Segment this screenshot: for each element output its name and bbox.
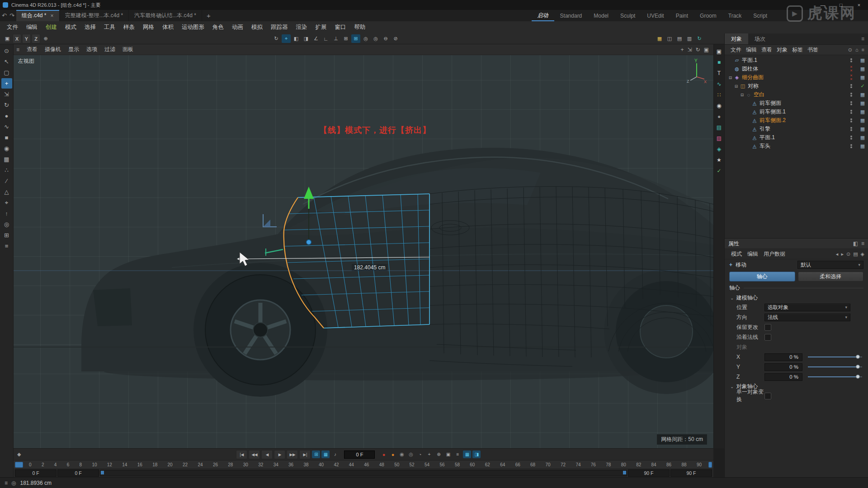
Y-slider[interactable]	[808, 366, 862, 367]
workplane-x-icon[interactable]: ◧	[292, 34, 301, 43]
object-item[interactable]: ⊟◫对称✓	[725, 82, 868, 90]
record-parameter-button[interactable]: ◔	[416, 450, 424, 458]
record-position-button[interactable]: ◎	[407, 450, 415, 458]
view-settings-icon[interactable]: ▣	[715, 48, 723, 55]
phong-tag-icon[interactable]: ▦	[857, 109, 868, 115]
viewport-menu-选项[interactable]: 选项	[83, 46, 101, 53]
redo-icon[interactable]: ↷	[9, 12, 14, 19]
visibility-dots[interactable]	[845, 101, 857, 105]
ruler-tick[interactable]: 82	[636, 462, 641, 467]
text-tool-icon[interactable]: T	[715, 70, 723, 77]
viewport-menu-显示[interactable]: 显示	[65, 46, 83, 53]
ruler-tick[interactable]: 32	[258, 462, 263, 467]
rectangle-select-icon[interactable]: ▢	[1, 67, 12, 78]
X-slider[interactable]	[808, 357, 862, 357]
tool-list-icon[interactable]: ≡	[1, 241, 12, 251]
document-tab[interactable]: 汽车最终确认结...本.c4d *	[129, 10, 202, 21]
ruler-tick[interactable]: 72	[561, 462, 566, 467]
status-menu-icon[interactable]: ≡	[5, 480, 8, 486]
close-button[interactable]: ×	[850, 0, 868, 10]
favorites-icon[interactable]: ★	[715, 156, 723, 164]
menu-文件[interactable]: 文件	[3, 23, 22, 31]
ruler-tick[interactable]: 18	[152, 462, 157, 467]
object-menu-书签[interactable]: 书签	[805, 46, 821, 54]
ruler-tick[interactable]: 56	[439, 462, 444, 467]
ruler-tick[interactable]: 20	[168, 462, 173, 467]
visibility-dots[interactable]	[845, 58, 857, 62]
keyframe-mode-toggle[interactable]: ⊞	[312, 450, 320, 458]
位置-dropdown[interactable]: 选取对象▾	[764, 304, 850, 311]
object-menu-编辑[interactable]: 编辑	[744, 46, 759, 54]
confirm-icon[interactable]: ✓	[715, 167, 723, 174]
ruler-tick[interactable]: 48	[379, 462, 384, 467]
ruler-tick[interactable]: 52	[410, 462, 415, 467]
ruler-tick[interactable]: 14	[122, 462, 127, 467]
minus-snap-icon[interactable]: ⊖	[381, 34, 390, 43]
right-angle-icon[interactable]: ∟	[321, 34, 330, 43]
object-menu-查看[interactable]: 查看	[759, 46, 774, 54]
range-end-field[interactable]: 90 F	[628, 469, 670, 477]
ruler-tick[interactable]: 86	[666, 462, 671, 467]
goto-end-button[interactable]: ▶|	[299, 450, 311, 459]
current-frame-field[interactable]: 0 F	[344, 450, 375, 459]
viewport-menu-面板[interactable]: 面板	[119, 46, 137, 53]
phong-tag-icon[interactable]: ▦	[857, 92, 868, 98]
axis-center-button[interactable]: 轴心	[729, 272, 795, 282]
viewport-canvas[interactable]: 左视图 【线】模式下，进行【挤出】 182.4045 cm 网格间距：50 cm…	[14, 55, 713, 448]
object-item[interactable]: ◬前车侧面.2▦	[725, 116, 868, 125]
range-start-field[interactable]: 0 F	[57, 469, 99, 477]
history-forward-icon[interactable]: ▸	[841, 251, 844, 257]
ruler-tick[interactable]: 58	[455, 462, 460, 467]
attributes-tab-用户数据[interactable]: 用户数据	[761, 250, 788, 258]
undo-icon[interactable]: ↶	[2, 12, 7, 19]
previous-key-button[interactable]: ◀◀	[249, 450, 260, 459]
object-menu-文件[interactable]: 文件	[728, 46, 744, 54]
status-info-icon[interactable]: ◎	[11, 480, 16, 486]
menu-工具[interactable]: 工具	[100, 23, 119, 31]
viewport-menu-过滤[interactable]: 过滤	[101, 46, 119, 53]
keyframe-nav-icon[interactable]: ◆	[17, 451, 21, 457]
menu-窗口[interactable]: 窗口	[331, 23, 350, 31]
ruler-tick[interactable]: 40	[319, 462, 324, 467]
frame-snap-icon[interactable]: ▦	[463, 450, 471, 458]
layout-tab-Groom[interactable]: Groom	[694, 10, 722, 21]
visibility-dots[interactable]	[845, 93, 857, 97]
lock-icon[interactable]: ◈	[861, 251, 864, 257]
attributes-tab-编辑[interactable]: 编辑	[745, 250, 761, 258]
ruler-tick[interactable]: 90	[697, 462, 702, 467]
enable-axis-icon[interactable]: ⌖	[1, 197, 12, 208]
range-end-field[interactable]: 90 F	[670, 469, 712, 477]
document-tab[interactable]: 完整建模-整理...本.c4d *	[60, 10, 129, 21]
ruler-tick[interactable]: 70	[546, 462, 551, 467]
phong-tag-icon[interactable]: ▦	[857, 117, 868, 123]
pen-tool-icon[interactable]: ∿	[1, 122, 12, 132]
range-start-field[interactable]: 0 F	[15, 469, 57, 477]
ruler-tick[interactable]: 74	[576, 462, 580, 467]
object-item[interactable]: ⊟◌空白▦	[725, 90, 868, 99]
viewport-menu-icon[interactable]: ≡	[16, 47, 19, 53]
menu-编辑[interactable]: 编辑	[22, 23, 42, 31]
search-icon[interactable]: ⊙	[848, 47, 852, 53]
close-tab-icon[interactable]: ×	[51, 13, 54, 19]
visibility-dots[interactable]	[845, 144, 857, 148]
panel-menu-icon[interactable]: ≡	[861, 240, 864, 247]
ruler-tick[interactable]: 88	[681, 462, 686, 467]
沿着法线-checkbox[interactable]	[764, 334, 771, 341]
ruler-tick[interactable]: 76	[591, 462, 596, 467]
ruler-tick[interactable]: 84	[651, 462, 656, 467]
menu-网格[interactable]: 网格	[139, 23, 158, 31]
dock-icon[interactable]: ◧	[853, 240, 858, 247]
Y-value-field[interactable]: 0 %	[764, 363, 802, 371]
grid-mode-icon[interactable]: ⊞	[1, 230, 12, 240]
axis-section-header[interactable]: 轴心	[725, 282, 868, 293]
ruler-tick[interactable]: 4	[54, 462, 57, 467]
object-menu-对象[interactable]: 对象	[774, 46, 790, 54]
spline-pen-icon[interactable]: ∿	[715, 80, 723, 88]
workplane-mode-icon[interactable]: ▦	[1, 154, 12, 164]
render-view-icon[interactable]: ◫	[665, 34, 674, 43]
autokey-scope-toggle[interactable]: ▦	[321, 450, 330, 458]
goto-start-button[interactable]: |◀	[236, 450, 247, 459]
maximize-button[interactable]: □	[832, 0, 850, 10]
circle-snap-icon[interactable]: ◎	[361, 34, 370, 43]
ruler-tick[interactable]: 54	[425, 462, 429, 467]
